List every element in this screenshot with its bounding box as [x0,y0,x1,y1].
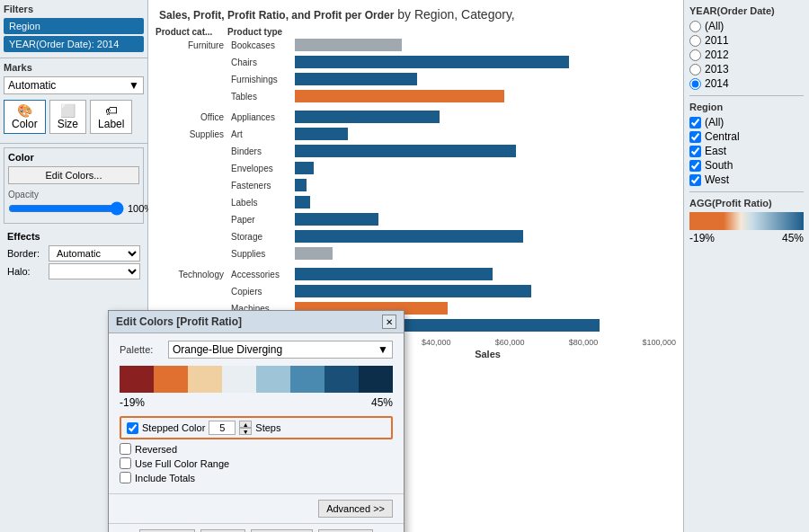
reversed-checkbox[interactable] [120,443,131,455]
year-option-all[interactable]: (All) [689,20,804,32]
swatch-1[interactable] [120,366,154,393]
dialog-titlebar: Edit Colors [Profit Ratio] ✕ [109,311,404,333]
type-supplies-sub: Supplies [227,249,295,259]
year-option-2013[interactable]: 2013 [689,63,804,75]
region-option-all[interactable]: (All) [689,116,804,129]
year-filter-title: YEAR(Order Date) [689,5,804,16]
marks-type-dropdown[interactable]: Automatic ▼ [4,76,144,94]
dialog-close-button[interactable]: ✕ [382,315,396,329]
halo-label: Halo: [7,266,43,277]
marks-label-label: Label [98,118,124,130]
filters-title: Filters [4,4,144,14]
region-option-south[interactable]: South [689,159,804,172]
palette-dropdown[interactable]: Orange-Blue Diverging ▼ [168,341,393,359]
include-totals-row: Include Totals [120,472,393,483]
palette-label: Palette: [120,344,164,355]
strip-min: -19% [120,396,145,409]
dialog-title: Edit Colors [Profit Ratio] [116,315,242,328]
bar-binders [295,145,676,157]
table-row: Technology Accessories [156,266,676,282]
bar-bookcases [295,39,676,51]
bar-tables [295,90,676,102]
opacity-slider[interactable] [8,201,124,216]
border-dropdown[interactable]: Automatic [49,245,140,262]
x-tick-3: $60,000 [495,338,525,347]
dialog-bottom: Advanced >> [109,493,404,523]
table-row: Chairs [156,54,676,70]
table-row: Furnishings [156,71,676,87]
stepped-color-checkbox[interactable] [127,422,138,434]
bar-paper [295,213,676,226]
full-range-checkbox[interactable] [120,457,131,469]
strip-max: 45% [371,396,393,409]
chart-title: Sales, Profit, Profit Ratio, and Profit … [148,0,683,25]
type-fasteners: Fasteners [227,181,295,191]
steps-input[interactable] [209,421,236,435]
region-option-east[interactable]: East [689,145,804,157]
bar-furnishings [295,73,676,85]
x-tick-4: $80,000 [569,338,599,347]
type-appliances: Appliances [227,112,295,122]
x-tick-5: $100,000 [642,338,676,347]
bar-copiers [295,285,676,297]
edit-colors-button[interactable]: Edit Colors... [8,166,139,184]
advanced-button[interactable]: Advanced >> [318,500,393,518]
swatch-6[interactable] [290,366,324,393]
col-header-type: Product type [227,27,295,37]
year-option-2012[interactable]: 2012 [689,49,804,61]
stepped-color-label: Stepped Color [142,422,205,433]
x-tick-2: $40,000 [422,338,451,347]
region-filter-title: Region [689,102,804,112]
filter-region[interactable]: Region [4,18,144,34]
swatch-3[interactable] [188,366,222,393]
region-option-central[interactable]: Central [689,130,804,143]
type-paper: Paper [227,215,295,225]
category-office: Office [156,112,227,122]
profit-ratio-min: -19% [689,232,715,244]
bar-accessories [295,268,676,280]
halo-dropdown[interactable] [49,263,140,279]
table-row: Paper [156,211,676,227]
table-row: Supplies Art [156,126,676,142]
steps-spinner[interactable]: ▲ ▼ [239,421,252,435]
marks-dropdown-arrow: ▼ [129,79,139,92]
table-row: Supplies [156,245,676,262]
filter-year[interactable]: YEAR(Order Date): 2014 [4,36,144,52]
edit-colors-dialog: Edit Colors [Profit Ratio] ✕ Palette: Or… [108,310,404,532]
region-option-west[interactable]: West [689,173,804,186]
marks-label-icon[interactable]: 🏷 Label [90,100,132,134]
year-option-2011[interactable]: 2011 [689,34,804,47]
table-row: Labels [156,194,676,210]
marks-title: Marks [4,62,144,73]
bar-labels [295,196,676,208]
effects-title: Effects [7,231,140,242]
swatch-2[interactable] [154,366,188,393]
stepped-color-row: Stepped Color ▲ ▼ Steps [120,416,393,439]
profit-ratio-bar[interactable] [689,212,804,230]
marks-color-label: Color [12,118,38,130]
type-bookcases: Bookcases [227,40,295,50]
reversed-label: Reversed [135,444,177,455]
include-totals-checkbox[interactable] [120,472,131,483]
year-option-2014[interactable]: 2014 [689,77,804,90]
table-row: Copiers [156,283,676,299]
swatch-4[interactable] [222,366,256,393]
steps-down-button[interactable]: ▼ [239,428,252,435]
marks-color-icon[interactable]: 🎨 Color [4,100,46,134]
swatch-5[interactable] [256,366,290,393]
type-storage: Storage [227,232,295,242]
type-envelopes: Envelopes [227,164,295,173]
include-totals-label: Include Totals [135,473,195,483]
swatch-8[interactable] [359,366,393,393]
dialog-action-buttons: Reset OK Cancel Apply [109,523,404,532]
col-header-category: Product cat... [156,27,227,37]
swatch-7[interactable] [324,366,359,393]
category-supplies: Supplies [156,129,227,139]
color-section-title: Color [8,152,139,163]
marks-size-icon[interactable]: ⬜ Size [49,100,86,134]
full-range-label: Use Full Color Range [135,458,229,469]
steps-up-button[interactable]: ▲ [239,421,252,428]
table-row: Fasteners [156,177,676,193]
full-range-row: Use Full Color Range [120,457,393,469]
table-row: Envelopes [156,160,676,176]
